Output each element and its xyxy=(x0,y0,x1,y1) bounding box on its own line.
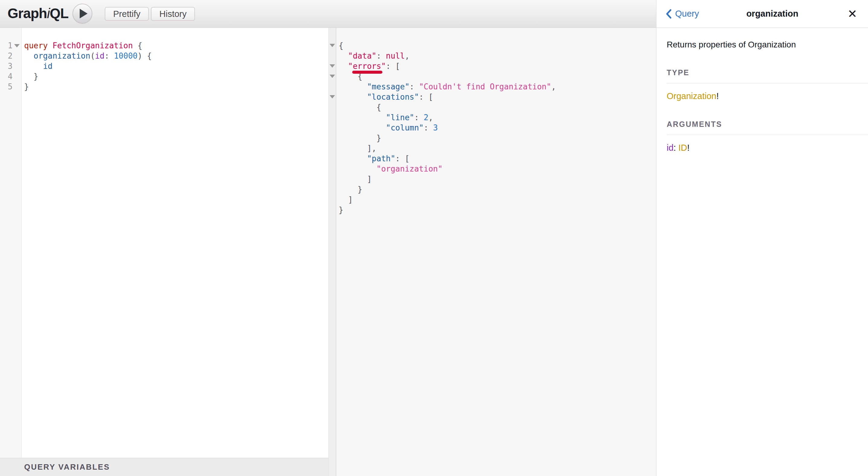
doc-back-label: Query xyxy=(675,9,699,19)
fold-arrow-icon[interactable] xyxy=(330,44,335,47)
line-number: 1 xyxy=(0,41,12,50)
code-token: id xyxy=(95,51,104,60)
logo-text-i: i xyxy=(47,5,50,21)
history-button[interactable]: History xyxy=(151,7,195,21)
gutter-row: 3 xyxy=(0,61,22,71)
doc-type-row: Organization! xyxy=(667,91,868,101)
execute-query-button[interactable] xyxy=(72,4,92,24)
line-number: 4 xyxy=(0,72,12,81)
code-line: "message": "Couldn't find Organization", xyxy=(339,82,556,92)
code-line: { xyxy=(339,102,556,112)
type-bang: ! xyxy=(716,91,719,101)
code-token: " xyxy=(381,62,386,71)
editor-gutter: 12345 xyxy=(0,28,22,458)
code-token: : xyxy=(424,123,433,132)
fold-arrow-icon[interactable] xyxy=(330,75,335,78)
code-token xyxy=(339,62,348,71)
pane-divider[interactable] xyxy=(329,28,336,476)
code-token xyxy=(24,62,43,71)
code-token xyxy=(339,113,386,122)
code-token: { xyxy=(339,41,343,50)
close-icon[interactable]: ✕ xyxy=(846,7,859,20)
code-token: ], xyxy=(367,144,376,153)
query-code: query FetchOrganization { organization(i… xyxy=(24,40,152,92)
argument-bang: ! xyxy=(687,143,690,152)
argument-name: id xyxy=(667,143,674,152)
doc-description: Returns properties of Organization xyxy=(667,40,868,50)
code-token: ) { xyxy=(137,51,152,60)
fold-arrow-icon[interactable] xyxy=(14,44,20,48)
code-line: } xyxy=(339,205,556,215)
code-token xyxy=(24,72,33,81)
code-token: : xyxy=(104,51,114,60)
code-token xyxy=(339,144,367,153)
code-token: "column" xyxy=(386,123,424,132)
code-token: } xyxy=(24,82,29,91)
code-token: : xyxy=(414,113,424,122)
code-token xyxy=(339,175,367,184)
code-token: 2 xyxy=(424,113,429,122)
doc-section-type-label: TYPE xyxy=(667,68,868,83)
code-line: { xyxy=(339,40,556,51)
code-token: : [ xyxy=(419,92,433,101)
code-token: ] xyxy=(367,175,372,184)
code-line: "path": [ xyxy=(339,153,556,164)
code-token xyxy=(339,133,376,143)
code-token: "message" xyxy=(367,82,409,91)
code-token xyxy=(24,51,33,60)
argument-separator: : xyxy=(674,143,679,152)
play-icon xyxy=(80,9,88,19)
code-token: } xyxy=(358,185,363,194)
code-token: , xyxy=(405,51,409,60)
doc-explorer-header: Query organization ✕ xyxy=(656,0,868,28)
code-token xyxy=(133,41,137,50)
doc-title: organization xyxy=(699,9,846,19)
code-token: } xyxy=(339,205,343,214)
code-token: ( xyxy=(90,51,95,60)
type-link-organization[interactable]: Organization xyxy=(667,91,716,101)
gutter-row: 5 xyxy=(0,82,22,92)
code-token: organization xyxy=(33,51,90,60)
query-variables-title: QUERY VARIABLES xyxy=(0,463,110,472)
code-token: id xyxy=(43,62,53,71)
fold-arrow-icon[interactable] xyxy=(330,95,335,98)
doc-section-arguments-label: ARGUMENTS xyxy=(667,120,868,135)
result-viewer: { "data": null, "errors": [ { "message":… xyxy=(336,28,656,476)
code-line: } xyxy=(24,71,152,82)
gutter-row: 4 xyxy=(0,71,22,82)
code-token: "locations" xyxy=(367,92,419,101)
gutter-row: 2 xyxy=(0,51,22,61)
code-line: ] xyxy=(339,195,556,205)
code-line: organization(id: 10000) { xyxy=(24,51,152,61)
code-line: query FetchOrganization { xyxy=(24,40,152,51)
code-token xyxy=(339,185,358,194)
gutter-row: 1 xyxy=(0,40,22,51)
logo-text-graph: Graph xyxy=(7,5,47,21)
code-line: "organization" xyxy=(339,164,556,174)
code-token xyxy=(339,82,367,91)
query-variables-toggle[interactable]: QUERY VARIABLES xyxy=(0,458,329,476)
fold-arrow-icon[interactable] xyxy=(330,64,335,68)
code-token: ] xyxy=(348,195,353,204)
code-line: "line": 2, xyxy=(339,112,556,123)
code-token xyxy=(339,123,386,132)
code-token: FetchOrganization xyxy=(53,41,133,50)
code-token: } xyxy=(376,133,381,143)
query-editor[interactable]: 12345 query FetchOrganization { organiza… xyxy=(0,28,329,458)
code-token: null xyxy=(386,51,405,60)
code-token xyxy=(339,195,348,204)
code-token: : xyxy=(409,82,419,91)
code-token xyxy=(48,41,53,50)
code-token: "data" xyxy=(348,51,376,60)
code-token: , xyxy=(428,113,433,122)
doc-back-link[interactable]: Query xyxy=(665,9,699,19)
code-token: "Couldn't find Organization" xyxy=(419,82,551,91)
code-line: } xyxy=(339,133,556,143)
type-link-id[interactable]: ID xyxy=(679,143,687,152)
code-line: "errors": [ xyxy=(339,61,556,71)
code-token: query xyxy=(24,41,48,50)
line-number: 2 xyxy=(0,51,12,60)
app-logo: GraphiQL xyxy=(7,5,68,21)
code-line: "column": 3 xyxy=(339,123,556,133)
prettify-button[interactable]: Prettify xyxy=(105,7,149,21)
